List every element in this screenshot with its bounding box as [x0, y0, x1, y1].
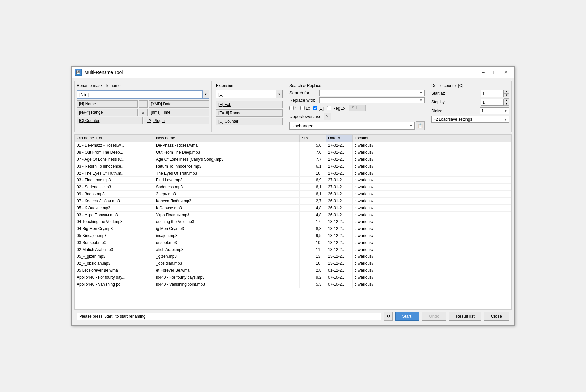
start-at-input-wrap: ▲ ▼: [481, 90, 509, 97]
start-at-up[interactable]: ▲: [504, 90, 509, 93]
table-row[interactable]: 03 - Find Love.mp3 Find Love.mp3 6,9.. 2…: [75, 177, 511, 184]
cell-date: 27-01-2..: [326, 177, 353, 183]
table-row[interactable]: 05_-_gizeh.mp3 _gizeh.mp3 13,.. 13-12-2.…: [75, 253, 511, 260]
table-row[interactable]: 05 - К Элоизе.mp3 К Элоизе.mp3 4,8.. 26-…: [75, 205, 511, 212]
cell-old-name: 04-Touching the Void.mp3: [75, 218, 154, 225]
cell-new-name: lo440 - For fourty days.mp3: [154, 274, 300, 281]
table-row[interactable]: 02 - The Eyes Of Truth.m... The Eyes Of …: [75, 170, 511, 177]
date-button[interactable]: [YMD] Date: [149, 100, 210, 108]
cell-old-name: 05-Kincajou.mp3: [75, 232, 154, 239]
table-row[interactable]: 02 - Sadeness.mp3 Sadeness.mp3 6,1.. 27-…: [75, 184, 511, 191]
refresh-button[interactable]: ↻: [384, 312, 393, 321]
uppercase-checkbox[interactable]: [289, 106, 294, 110]
header-new-name[interactable]: New name: [154, 135, 300, 142]
search-for-input[interactable]: ▼: [319, 90, 425, 96]
question-button[interactable]: ?: [324, 113, 331, 120]
f2-row: F2 Load/save settings ▼: [431, 116, 509, 123]
table-row[interactable]: 07 - Age Of Loneliness (C... Age Of Lone…: [75, 156, 511, 163]
header-date[interactable]: Date ▼: [326, 135, 353, 142]
table-row[interactable]: 01 - De-Phazz - Roses.w... De-Phazz - Ro…: [75, 142, 511, 149]
name-button[interactable]: [N] Name: [77, 100, 138, 108]
onetime-checkbox[interactable]: [300, 106, 305, 110]
rename-mask-input[interactable]: [77, 90, 203, 99]
cell-new-name: ouching the Void.mp3: [154, 218, 300, 225]
unchanged-dropdown[interactable]: Unchanged ▼: [289, 122, 415, 130]
file-list-header: Old name Ext. New name Size Date ▼ Locat…: [75, 135, 511, 142]
extension-input[interactable]: [216, 90, 276, 98]
cell-date: 07-10-2..: [326, 274, 353, 281]
cell-location: d:\various\: [353, 274, 511, 281]
undo-button[interactable]: Undo: [422, 312, 446, 321]
start-at-down[interactable]: ▼: [504, 93, 509, 97]
minimize-button[interactable]: −: [479, 69, 488, 76]
counter-button[interactable]: [C] Counter: [77, 117, 143, 124]
table-row[interactable]: Apollo440 - Vanishing poi... lo440 - Van…: [75, 281, 511, 288]
file-list-container: Old name Ext. New name Size Date ▼ Locat…: [74, 134, 512, 309]
maximize-button[interactable]: □: [490, 69, 500, 76]
cell-location: d:\various\: [353, 212, 511, 218]
cell-location: d:\various\: [353, 246, 511, 253]
plus-button[interactable]: ±: [139, 100, 148, 108]
close-button-bottom[interactable]: Close: [484, 312, 509, 321]
cell-size: 10,..: [300, 260, 326, 267]
hash-button[interactable]: #: [139, 109, 148, 116]
cell-date: 27-01-2..: [326, 170, 353, 176]
subst-button[interactable]: Subst.: [349, 105, 366, 111]
cell-size: 13,..: [300, 253, 326, 260]
cell-size: 17,..: [300, 218, 326, 225]
ext-checkbox[interactable]: [313, 106, 317, 110]
table-row[interactable]: 09 - Зверь.mp3 Зверь.mp3 6,1.. 26-01-2..…: [75, 191, 511, 198]
table-row[interactable]: 04-Touching the Void.mp3 ouching the Voi…: [75, 218, 511, 225]
table-row[interactable]: 03 - Утро Полины.mp3 Утро Полины.mp3 4,8…: [75, 212, 511, 218]
f2-dropdown[interactable]: F2 Load/save settings ▼: [431, 116, 509, 123]
cell-old-name: 09 - Зверь.mp3: [75, 191, 154, 197]
start-button[interactable]: Start!: [395, 312, 419, 321]
cell-date: 26-01-2..: [326, 191, 353, 197]
header-location[interactable]: Location: [353, 135, 511, 142]
file-list-body[interactable]: 01 - De-Phazz - Roses.w... De-Phazz - Ro…: [75, 142, 511, 309]
table-row[interactable]: 08 - Out From The Deep... Out From The D…: [75, 149, 511, 156]
table-row[interactable]: 05 Let Forever Be.wma et Forever Be.wma …: [75, 267, 511, 274]
ext-counter-btn[interactable]: [C] Counter: [216, 118, 283, 125]
copy-button[interactable]: 📋: [416, 121, 425, 130]
table-row[interactable]: 04-Big Men Cry.mp3 ig Men Cry.mp3 8,8.. …: [75, 225, 511, 232]
close-button[interactable]: ✕: [501, 69, 511, 76]
result-list-button[interactable]: Result list: [449, 312, 481, 321]
cell-new-name: The Eyes Of Truth.mp3: [154, 170, 300, 176]
time-button[interactable]: [hms] Time: [149, 109, 210, 116]
step-by-input[interactable]: [481, 99, 504, 106]
cell-location: d:\various\: [353, 191, 511, 197]
step-by-spinner: ▲ ▼: [504, 98, 509, 106]
table-row[interactable]: 03-Sunspot.mp3 unspot.mp3 10,.. 13-12-2.…: [75, 239, 511, 246]
table-row[interactable]: 03 - Return To Innocence... Return To In…: [75, 163, 511, 170]
table-row[interactable]: 07 - Колеса Любви.mp3 Колеса Любви.mp3 2…: [75, 198, 511, 205]
cell-new-name: Утро Полины.mp3: [154, 212, 300, 218]
ext-btn[interactable]: [E] Ext.: [216, 101, 283, 108]
cell-old-name: 05 - К Элоизе.mp3: [75, 205, 154, 211]
cell-date: 07-10-2..: [326, 281, 353, 288]
step-by-up[interactable]: ▲: [504, 98, 509, 102]
ext-range-btn[interactable]: [E#-#] Range: [216, 109, 283, 117]
cell-new-name: et Forever Be.wma: [154, 267, 300, 274]
step-by-down[interactable]: ▼: [504, 102, 509, 106]
cell-location: d:\various\: [353, 239, 511, 246]
table-row[interactable]: 05-Kincajou.mp3 incajou.mp3 9,5.. 13-12-…: [75, 232, 511, 239]
header-size[interactable]: Size: [300, 135, 326, 142]
upper-lower-row: Upper/lowercase ?: [289, 113, 425, 120]
header-old-name[interactable]: Old name Ext.: [75, 135, 154, 142]
cell-date: 13-12-2..: [326, 260, 353, 267]
table-row[interactable]: 02-Mafich Arabi.mp3 afich Arabi.mp3 11,.…: [75, 246, 511, 253]
table-row[interactable]: Apollo440 - For fourty day... lo440 - Fo…: [75, 274, 511, 281]
regex-checkbox[interactable]: [327, 106, 331, 110]
rename-mask-dropdown-btn[interactable]: ▼: [203, 90, 209, 99]
ext-dropdown-btn[interactable]: ▼: [276, 90, 283, 98]
start-at-input[interactable]: [481, 90, 504, 97]
replace-with-input[interactable]: ▼: [319, 97, 425, 103]
digits-dropdown[interactable]: 1 ▼: [480, 107, 509, 114]
digits-row: Digits: 1 ▼: [431, 107, 509, 114]
cell-old-name: 05_-_gizeh.mp3: [75, 253, 154, 260]
plugin-button[interactable]: [=?] Plugin: [144, 117, 209, 124]
range-button[interactable]: [N#-#] Range: [77, 109, 138, 116]
table-row[interactable]: 02_-_obsidian.mp3 _obsidian.mp3 10,.. 13…: [75, 260, 511, 267]
cell-location: d:\various\: [353, 205, 511, 211]
